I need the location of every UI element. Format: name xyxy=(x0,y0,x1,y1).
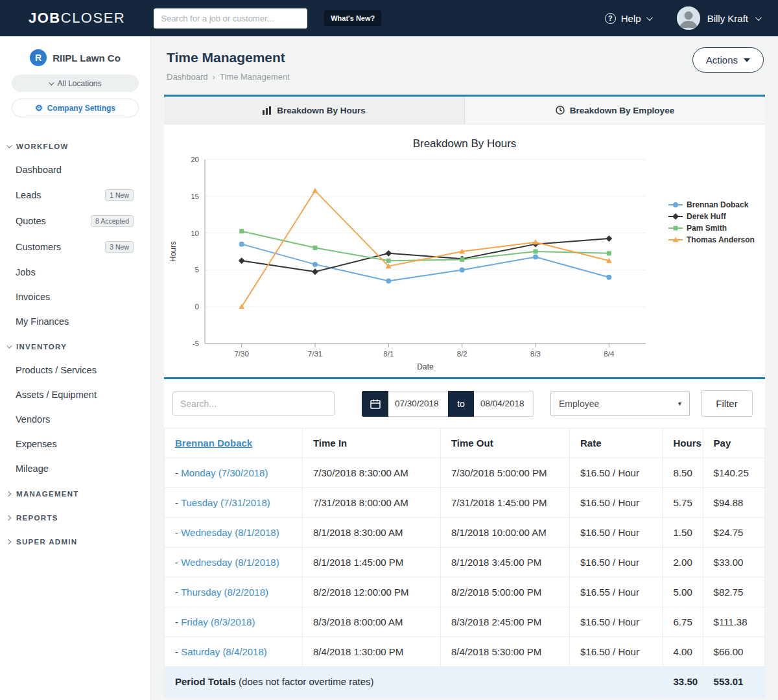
pay-cell: $24.75 xyxy=(703,518,764,548)
day-link[interactable]: Monday (7/30/2018) xyxy=(181,467,268,478)
time-out-cell: 8/4/2018 5:30:00 PM xyxy=(440,637,569,667)
table-search-input[interactable] xyxy=(172,391,335,415)
sidebar-item-label: Leads xyxy=(16,190,41,200)
time-out-cell: 7/30/2018 5:00:00 PM xyxy=(440,458,569,488)
tab-breakdown-by-employee[interactable]: Breakdown By Employee xyxy=(464,97,765,124)
nav-section-label: WORKFLOW xyxy=(16,143,69,150)
rate-cell: $16.55 / Hour xyxy=(570,578,663,607)
whats-new-button[interactable]: What's New? xyxy=(324,10,381,26)
nav-section-workflow[interactable]: WORKFLOW xyxy=(0,135,150,158)
day-cell: - Tuesday (7/31/2018) xyxy=(165,488,303,518)
hours-cell: 5.00 xyxy=(663,578,703,607)
nav-section-super-admin[interactable]: SUPER ADMIN xyxy=(0,531,150,553)
breadcrumb-link-dashboard[interactable]: Dashboard xyxy=(167,72,208,82)
actions-button[interactable]: Actions xyxy=(692,47,764,73)
table-row: - Wednesday (8/1/2018)8/1/2018 1:45:00 P… xyxy=(165,548,765,578)
chevron-right-icon xyxy=(6,491,11,496)
sidebar-item-label: My Finances xyxy=(16,316,69,327)
rate-cell: $16.50 / Hour xyxy=(570,458,663,488)
sidebar-nav: WORKFLOWDashboardLeads1 NewQuotes8 Accep… xyxy=(0,135,150,553)
breadcrumb-current: Time Management xyxy=(220,72,290,82)
sidebar-item-customers[interactable]: Customers3 New xyxy=(0,234,150,260)
company-settings-button[interactable]: ⚙ Company Settings xyxy=(12,99,139,117)
totals-label: Period Totals xyxy=(175,676,236,687)
col-header-pay: Pay xyxy=(703,428,764,458)
totals-label-cell: Period Totals (does not factor overtime … xyxy=(165,667,663,697)
sidebar-item-leads[interactable]: Leads1 New xyxy=(0,182,150,208)
svg-text:Date: Date xyxy=(417,362,434,371)
hours-cell: 6.75 xyxy=(663,607,703,637)
employee-link[interactable]: Brennan Doback xyxy=(175,438,252,449)
help-label: Help xyxy=(621,13,641,24)
pay-cell: $140.25 xyxy=(703,458,764,488)
help-button[interactable]: ? Help xyxy=(605,13,651,24)
sidebar-item-quotes[interactable]: Quotes8 Accepted xyxy=(0,208,150,234)
time-out-cell: 8/2/2018 5:00:00 PM xyxy=(440,578,569,607)
day-link[interactable]: Wednesday (8/1/2018) xyxy=(181,527,279,538)
location-selector[interactable]: All Locations xyxy=(12,75,139,92)
svg-text:Hours: Hours xyxy=(169,241,178,262)
table-row: - Saturday (8/4/2018)8/4/2018 1:30:00 PM… xyxy=(165,637,765,667)
svg-text:8/3: 8/3 xyxy=(530,350,541,358)
rate-cell: $16.50 / Hour xyxy=(570,607,663,637)
sidebar-item-label: Invoices xyxy=(16,292,50,302)
avatar[interactable] xyxy=(677,6,700,30)
chevron-down-icon xyxy=(646,14,653,21)
sidebar-item-invoices[interactable]: Invoices xyxy=(0,285,150,309)
table-row: - Monday (7/30/2018)7/30/2018 8:30:00 AM… xyxy=(165,458,765,488)
chevron-down-icon xyxy=(6,343,12,348)
help-icon: ? xyxy=(605,13,616,24)
nav-section-label: MANAGEMENT xyxy=(16,490,79,498)
company-logo: R xyxy=(30,49,47,66)
hours-chart: -5051015207/307/318/18/28/38/4DateHoursB… xyxy=(164,152,766,377)
global-search-input[interactable] xyxy=(154,8,307,29)
time-out-cell: 7/31/2018 1:45:00 PM xyxy=(440,488,569,518)
gear-icon: ⚙ xyxy=(35,103,43,113)
employee-filter-value: Employee xyxy=(559,399,599,409)
sidebar-item-vendors[interactable]: Vendors xyxy=(0,407,150,432)
day-link[interactable]: Saturday (8/4/2018) xyxy=(181,646,267,657)
calendar-button[interactable] xyxy=(362,391,388,417)
hours-cell: 8.50 xyxy=(663,458,703,488)
chevron-down-icon xyxy=(744,58,750,62)
time-out-cell: 8/3/2018 2:45:00 PM xyxy=(440,607,569,637)
time-in-cell: 8/3/2018 8:00:00 AM xyxy=(302,607,440,637)
hours-cell: 5.75 xyxy=(663,488,703,518)
day-link[interactable]: Tuesday (7/31/2018) xyxy=(181,497,270,508)
sidebar-item-assets-equipment[interactable]: Assets / Equipment xyxy=(0,382,150,407)
chevron-down-icon xyxy=(755,14,762,21)
nav-section-management[interactable]: MANAGEMENT xyxy=(0,483,150,505)
date-to-input[interactable] xyxy=(474,391,534,417)
tab-breakdown-by-hours[interactable]: Breakdown By Hours xyxy=(164,97,464,124)
sidebar-item-products-services[interactable]: Products / Services xyxy=(0,358,150,382)
sidebar-item-jobs[interactable]: Jobs xyxy=(0,260,150,285)
sidebar-item-label: Products / Services xyxy=(16,365,97,375)
nav-section-reports[interactable]: REPORTS xyxy=(0,507,150,529)
svg-text:8/1: 8/1 xyxy=(383,350,394,358)
chart-card: Breakdown By Hours -5051015207/307/318/1… xyxy=(164,124,765,377)
rate-cell: $16.50 / Hour xyxy=(570,637,663,667)
top-bar: JOBCLOSER What's New? ? Help Billy Kraft xyxy=(0,0,778,36)
sidebar-item-mileage[interactable]: Mileage xyxy=(0,456,150,481)
svg-text:7/30: 7/30 xyxy=(234,350,248,358)
app-logo[interactable]: JOBCLOSER xyxy=(29,10,125,27)
sidebar-item-label: Jobs xyxy=(16,267,36,277)
user-menu[interactable]: Billy Kraft xyxy=(707,13,760,24)
filter-button[interactable]: Filter xyxy=(701,390,753,417)
sidebar-item-expenses[interactable]: Expenses xyxy=(0,432,150,456)
day-link[interactable]: Thursday (8/2/2018) xyxy=(181,587,268,598)
nav-section-inventory[interactable]: INVENTORY xyxy=(0,336,150,358)
pay-cell: $94.88 xyxy=(703,488,764,518)
sidebar-item-my-finances[interactable]: My Finances xyxy=(0,309,150,334)
col-header-time-in: Time In xyxy=(302,428,440,458)
logo-text-secondary: CLOSER xyxy=(61,10,125,26)
day-cell: - Friday (8/3/2018) xyxy=(165,607,303,637)
count-badge: 1 New xyxy=(105,189,134,201)
date-from-input[interactable] xyxy=(388,391,448,417)
sidebar-item-label: Quotes xyxy=(16,216,46,226)
sidebar-item-dashboard[interactable]: Dashboard xyxy=(0,158,150,182)
sidebar-item-label: Dashboard xyxy=(16,165,62,175)
employee-filter-select[interactable]: Employee ▾ xyxy=(550,391,690,416)
day-link[interactable]: Wednesday (8/1/2018) xyxy=(181,557,279,568)
day-link[interactable]: Friday (8/3/2018) xyxy=(181,616,255,627)
